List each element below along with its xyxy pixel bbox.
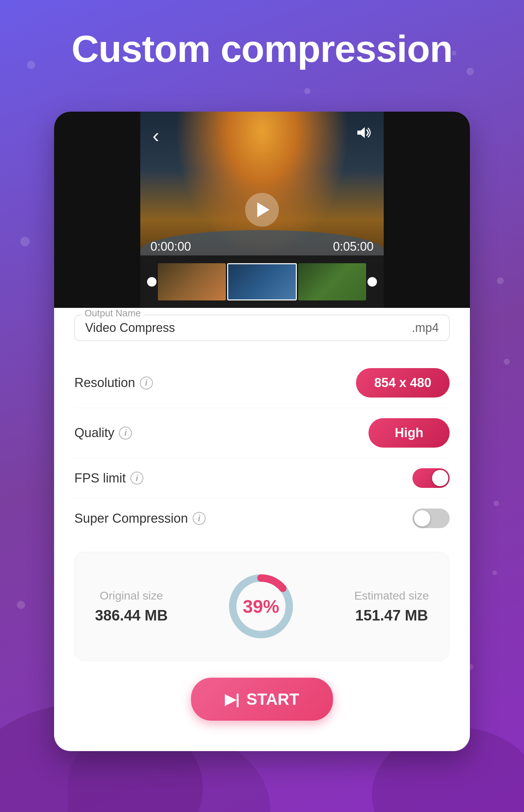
super-compression-toggle-thumb [414,510,430,526]
output-extension: .mp4 [412,321,439,335]
estimated-size-label: Estimated size [354,589,429,602]
resolution-button[interactable]: 854 x 480 [356,368,449,398]
play-button[interactable] [245,193,279,227]
timeline-handle-right[interactable] [367,277,377,287]
donut-percentage: 39% [243,596,279,617]
back-button[interactable]: ‹ [152,124,159,147]
fps-limit-row: FPS limit i [75,458,449,498]
fps-info-icon[interactable]: i [131,472,143,484]
super-compression-info-icon[interactable]: i [193,512,206,525]
page-title: Custom compression [0,0,524,71]
main-card: ‹ 0:00:00 0:05:00 Outp [54,112,470,751]
settings-panel: Output Name Video Compress .mp4 Resoluti… [54,308,470,751]
original-size-value: 386.44 MB [95,607,168,624]
timeline-thumb-1 [158,263,226,300]
output-name-label: Output Name [82,308,144,319]
timeline-strip [140,255,384,308]
quality-row: Quality i High [75,408,449,458]
super-compression-toggle[interactable] [412,509,449,528]
quality-info-icon[interactable]: i [119,427,132,440]
output-name-field[interactable]: Output Name Video Compress .mp4 [75,315,449,341]
start-icon: ▶| [225,691,240,707]
timeline-thumb-2 [227,263,297,300]
start-button[interactable]: ▶| START [191,678,333,721]
start-label: START [246,690,299,708]
volume-button[interactable] [354,124,372,145]
original-size-group: Original size 386.44 MB [95,589,168,624]
original-size-label: Original size [95,589,168,602]
quality-button[interactable]: High [369,418,449,448]
resolution-row: Resolution i 854 x 480 [75,358,449,408]
donut-chart: 39% [224,569,298,643]
super-compression-label: Super Compression i [75,511,206,526]
timeline-handle-left[interactable] [147,277,157,287]
estimated-size-value: 151.47 MB [354,607,429,624]
timeline-thumb-3 [298,263,366,300]
time-end: 0:05:00 [333,240,374,254]
time-start: 0:00:00 [150,240,191,254]
fps-limit-label: FPS limit i [75,471,143,485]
start-btn-container: ▶| START [75,661,449,731]
output-name-value: Video Compress [85,321,175,335]
video-player: ‹ 0:00:00 0:05:00 [54,112,470,308]
fps-toggle-thumb [432,470,448,486]
fps-limit-toggle[interactable] [412,468,449,488]
stats-box: Original size 386.44 MB 39% Estimated si… [75,552,449,661]
super-compression-row: Super Compression i [75,498,449,538]
video-thumbnail: ‹ 0:00:00 0:05:00 [140,112,384,308]
resolution-label: Resolution i [75,376,153,390]
resolution-info-icon[interactable]: i [140,377,153,389]
estimated-size-group: Estimated size 151.47 MB [354,589,429,624]
quality-label: Quality i [75,426,132,440]
